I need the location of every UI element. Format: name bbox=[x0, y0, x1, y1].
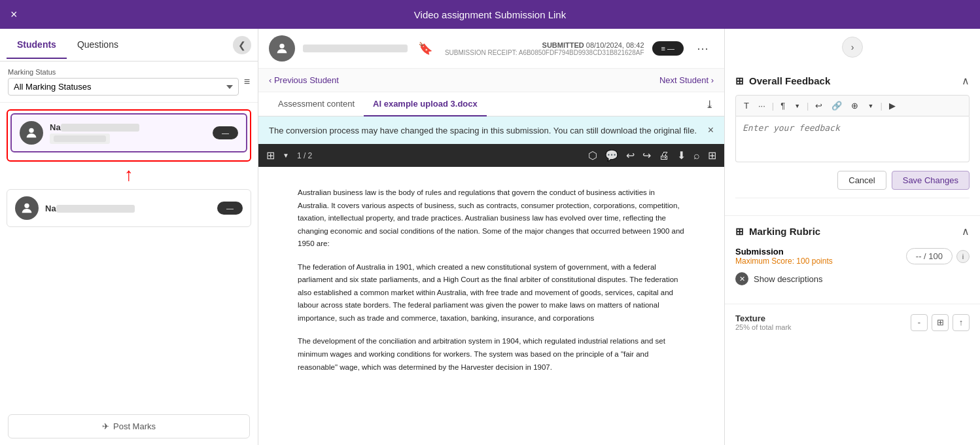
submission-score-row: Submission Maximum Score: 100 points -- … bbox=[735, 247, 970, 266]
feedback-toolbar: T ··· | ¶ ▼ | ↩ 🔗 ⊕ ▼ | ▶ bbox=[735, 95, 970, 116]
rubric-icon: ⊞ bbox=[735, 226, 744, 238]
texture-section: Texture 25% of total mark - ⊞ ↑ bbox=[725, 304, 980, 340]
link-format-button[interactable]: 🔗 bbox=[829, 99, 845, 112]
right-panel: › ⊞ Overall Feedback ∧ T ··· | ¶ ▼ bbox=[725, 29, 980, 445]
cancel-button[interactable]: Cancel bbox=[837, 171, 886, 190]
overall-feedback-collapse[interactable]: ∧ bbox=[962, 75, 970, 87]
doc-content: Australian business law is the body of r… bbox=[258, 167, 724, 445]
texture-add-field-button[interactable]: ⊞ bbox=[932, 314, 949, 331]
max-score-label: Maximum Score: 100 points bbox=[735, 257, 833, 266]
sort-icon[interactable]: ≡ bbox=[244, 76, 250, 88]
dropdown-icon[interactable]: ▼ bbox=[283, 152, 289, 159]
prev-student-button[interactable]: ‹ Previous Student bbox=[269, 75, 339, 85]
sidebar-tabs: Students Questions ❮ bbox=[0, 29, 258, 62]
score-info-button[interactable]: i bbox=[956, 250, 970, 263]
svg-point-0 bbox=[29, 128, 33, 133]
print-icon[interactable]: 🖨 bbox=[659, 150, 669, 162]
overall-feedback-title: ⊞ Overall Feedback bbox=[735, 75, 830, 87]
post-marks-button[interactable]: ✈ Post Marks bbox=[8, 414, 250, 438]
text-format-button[interactable]: T bbox=[741, 99, 752, 112]
marking-rubric-title: ⊞ Marking Rubric bbox=[735, 226, 820, 238]
more-options-button[interactable]: ⋯ bbox=[691, 39, 714, 58]
info-banner-text: The conversion process may have changed … bbox=[269, 126, 697, 135]
rubric-collapse[interactable]: ∧ bbox=[962, 225, 970, 238]
comment-icon[interactable]: 💬 bbox=[605, 149, 618, 162]
bookmark-icon[interactable]: 🔖 bbox=[418, 41, 432, 56]
texture-actions: - ⊞ ↑ bbox=[911, 314, 970, 331]
page-title: Video assignment Submission Link bbox=[414, 9, 566, 20]
doc-toolbar: ⊞ ▼ 1 / 2 ⬡ 💬 ↩ ↪ 🖨 ⬇ ⌕ ⊞ bbox=[258, 144, 724, 167]
download-icon[interactable]: ⬇ bbox=[677, 149, 686, 162]
marking-status-select[interactable]: All Marking Statuses Marked Unmarked bbox=[8, 78, 239, 96]
student-item[interactable]: Na — bbox=[10, 113, 247, 152]
texture-title-block: Texture 25% of total mark bbox=[735, 313, 792, 331]
redo-icon[interactable]: ↪ bbox=[642, 149, 651, 162]
student-info: Na bbox=[45, 204, 211, 213]
main-layout: Students Questions ❮ Marking Status All … bbox=[0, 29, 980, 445]
marking-rubric-header: ⊞ Marking Rubric ∧ bbox=[735, 225, 970, 238]
banner-close-button[interactable]: × bbox=[708, 124, 714, 136]
paragraph-format-button[interactable]: ¶ bbox=[778, 99, 788, 112]
feedback-input[interactable] bbox=[735, 116, 970, 162]
student-name: Na bbox=[45, 204, 211, 213]
save-changes-button[interactable]: Save Changes bbox=[892, 171, 970, 190]
undo-icon[interactable]: ↩ bbox=[626, 149, 635, 162]
dropdown2-format-button[interactable]: ▼ bbox=[865, 101, 876, 111]
middle-content: 🔖 SUBMITTED 08/10/2024, 08:42 SUBMISSION… bbox=[258, 29, 725, 445]
nav-bar: ‹ Previous Student Next Student › bbox=[258, 69, 724, 92]
submission-header: 🔖 SUBMITTED 08/10/2024, 08:42 SUBMISSION… bbox=[258, 29, 724, 69]
view-toggle-button[interactable]: ≡ — bbox=[652, 41, 684, 56]
avatar bbox=[15, 196, 39, 220]
dropdown-format-button[interactable]: ▼ bbox=[792, 101, 803, 111]
content-tabs: Assessment content AI example upload 3.d… bbox=[258, 92, 724, 116]
texture-up-button[interactable]: ↑ bbox=[953, 314, 970, 331]
show-descriptions-toggle[interactable]: ✕ bbox=[735, 272, 748, 285]
submission-avatar bbox=[269, 35, 295, 62]
tab-students[interactable]: Students bbox=[7, 31, 67, 59]
student-info: Na bbox=[50, 122, 206, 144]
export-icon[interactable]: ⬡ bbox=[588, 149, 597, 162]
student-toggle-button[interactable]: — bbox=[217, 202, 243, 215]
next-student-button[interactable]: Next Student › bbox=[659, 75, 714, 85]
texture-title: Texture bbox=[735, 313, 792, 323]
undo-format-button[interactable]: ↩ bbox=[813, 99, 825, 112]
file-actions-button[interactable]: ⤓ bbox=[705, 98, 714, 111]
close-icon[interactable]: × bbox=[10, 8, 18, 22]
grid-icon[interactable]: ⊞ bbox=[708, 149, 716, 162]
score-display[interactable]: -- / 100 bbox=[906, 248, 953, 264]
post-marks-label: Post Marks bbox=[113, 421, 156, 431]
submitted-date: 08/10/2024, 08:42 bbox=[586, 41, 644, 49]
student-name: Na bbox=[50, 122, 206, 132]
marking-status-label: Marking Status bbox=[8, 68, 239, 76]
top-bar: × Video assignment Submission Link bbox=[0, 0, 980, 29]
svg-point-2 bbox=[279, 44, 284, 48]
search-icon[interactable]: ⌕ bbox=[693, 150, 700, 162]
student-toggle-button[interactable]: — bbox=[213, 126, 238, 139]
receipt-value: A6B0850FDF794BD9938CD31B821628AF bbox=[519, 49, 644, 56]
sidebar-collapse-button[interactable]: ❮ bbox=[233, 36, 251, 54]
feedback-actions: Cancel Save Changes bbox=[735, 171, 970, 190]
layout-icon[interactable]: ⊞ bbox=[266, 149, 275, 162]
doc-paragraph: Australian business law is the body of r… bbox=[298, 187, 685, 251]
student-name-block bbox=[303, 44, 408, 52]
student-item[interactable]: Na — bbox=[7, 189, 251, 227]
add-format-button[interactable]: ⊕ bbox=[849, 99, 861, 112]
annotation-arrow: ↑ bbox=[7, 166, 251, 184]
submission-meta: SUBMITTED 08/10/2024, 08:42 SUBMISSION R… bbox=[445, 41, 644, 56]
student-sub bbox=[50, 134, 110, 144]
more-format-button[interactable]: ··· bbox=[756, 99, 768, 112]
doc-paragraph: The federation of Australia in 1901, whi… bbox=[298, 261, 685, 325]
texture-minus-button[interactable]: - bbox=[911, 314, 928, 331]
post-marks-icon: ✈ bbox=[102, 421, 109, 431]
texture-header: Texture 25% of total mark - ⊞ ↑ bbox=[735, 313, 970, 331]
overall-feedback-header: ⊞ Overall Feedback ∧ bbox=[735, 75, 970, 87]
receipt-label: SUBMISSION RECEIPT: bbox=[445, 49, 517, 56]
media-format-button[interactable]: ▶ bbox=[886, 99, 898, 112]
submitted-label: SUBMITTED bbox=[542, 41, 584, 49]
marking-status-bar: Marking Status All Marking Statuses Mark… bbox=[0, 62, 258, 103]
tab-ai-upload[interactable]: AI example upload 3.docx bbox=[364, 92, 487, 116]
expand-panel-button[interactable]: › bbox=[842, 37, 863, 58]
tab-assessment-content[interactable]: Assessment content bbox=[269, 92, 364, 116]
marking-rubric-section: ⊞ Marking Rubric ∧ Submission Maximum Sc… bbox=[725, 216, 980, 304]
tab-questions[interactable]: Questions bbox=[67, 31, 129, 59]
